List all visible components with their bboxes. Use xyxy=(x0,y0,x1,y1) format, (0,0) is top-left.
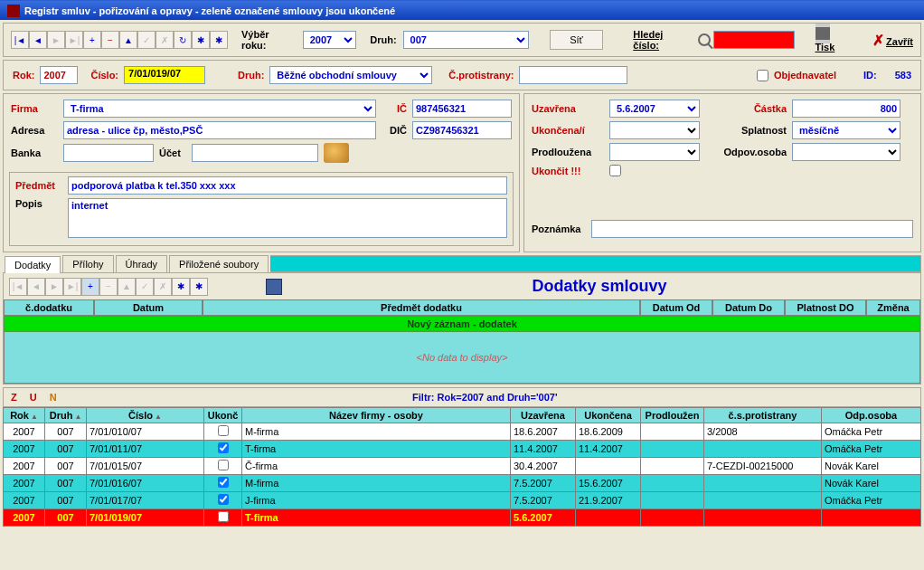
rok-label: Rok: xyxy=(13,70,34,81)
print-link[interactable]: Tisk xyxy=(816,27,853,52)
search-icon[interactable] xyxy=(698,33,711,46)
flag-z[interactable]: Z xyxy=(11,392,17,403)
grid-row[interactable]: 20070077/01/019/07T-firma5.6.2007 xyxy=(4,509,921,527)
objednavatel-label: Objednavatel xyxy=(774,70,836,81)
row-ukonc-check[interactable] xyxy=(218,460,229,470)
objednavatel-check[interactable] xyxy=(757,70,768,81)
gcol-firma[interactable]: Název firmy - osoby xyxy=(242,408,511,423)
nav-group-1: |◄ ◄ ► ►| + − ▲ ✓ ✗ ↻ ✱ ✱ xyxy=(11,31,228,49)
clipboard-icon[interactable] xyxy=(266,279,282,295)
grid-row[interactable]: 20070077/01/016/07M-firma7.5.200715.6.20… xyxy=(4,475,921,492)
row-ukonc-check[interactable] xyxy=(218,442,229,453)
flag-n[interactable]: N xyxy=(50,392,57,403)
col-platnost[interactable]: Platnost DO xyxy=(785,299,866,316)
grid-row[interactable]: 20070077/01/011/07T-firma11.4.200711.4.2… xyxy=(4,441,921,458)
refresh-button[interactable]: ↻ xyxy=(174,31,192,49)
adresa-field[interactable] xyxy=(63,121,376,139)
d-confirm-button[interactable]: ✓ xyxy=(136,278,154,296)
flag-u[interactable]: U xyxy=(30,392,37,403)
grid-row[interactable]: 20070077/01/017/07J-firma7.5.200721.9.20… xyxy=(4,492,921,509)
col-cdodatku[interactable]: č.dodatku xyxy=(4,299,94,316)
firma-select[interactable]: T-firma xyxy=(63,100,376,118)
last-button[interactable]: ►| xyxy=(65,31,83,49)
year-select[interactable]: 2007 xyxy=(303,31,357,49)
gcol-druh[interactable]: Druh▲ xyxy=(45,408,87,423)
grid-row[interactable]: 20070077/01/010/07M-firma18.6.200718.6.2… xyxy=(4,423,921,441)
gcol-cs[interactable]: č.s.protistrany xyxy=(704,408,822,423)
tabs: Dodatky Přílohy Úhrady Přiložené soubory xyxy=(3,255,921,272)
search-input[interactable] xyxy=(713,31,795,49)
ukoncit-check[interactable] xyxy=(609,165,621,176)
castka-field[interactable] xyxy=(792,100,900,118)
d-star2-button[interactable]: ✱ xyxy=(190,278,208,296)
druh2-select[interactable]: Běžné obchodní smlouvy xyxy=(269,66,432,84)
popis-field[interactable]: internet xyxy=(68,198,507,238)
gcol-cislo[interactable]: Číslo▲ xyxy=(87,408,204,423)
edit-button[interactable]: ▲ xyxy=(119,31,137,49)
d-last-button[interactable]: ►| xyxy=(63,278,81,296)
d-delete-button[interactable]: − xyxy=(99,278,118,296)
col-do[interactable]: Datum Do xyxy=(712,299,785,316)
search-label[interactable]: Hledej číslo: xyxy=(633,29,691,51)
uzavrena-field[interactable]: 5.6.2007 xyxy=(609,100,700,118)
gcol-ukoncena[interactable]: Ukončena xyxy=(576,408,641,423)
cancel-button[interactable]: ✗ xyxy=(156,31,174,49)
next-button[interactable]: ► xyxy=(47,31,65,49)
new-record-row[interactable]: Nový záznam - dodatek xyxy=(4,316,920,332)
ukoncit-label: Ukončit !!! xyxy=(532,166,604,176)
star2-button[interactable]: ✱ xyxy=(210,31,228,49)
castka-label: Částka xyxy=(723,103,787,114)
d-add-button[interactable]: + xyxy=(81,278,99,296)
tab-soubory[interactable]: Přiložené soubory xyxy=(169,255,269,272)
row-ukonc-check[interactable] xyxy=(218,425,229,436)
add-button[interactable]: + xyxy=(83,31,101,49)
tab-prilohy[interactable]: Přílohy xyxy=(62,255,113,272)
cislo-field[interactable]: 7/01/019/07 xyxy=(124,66,205,84)
contracts-grid[interactable]: Rok▲ Druh▲ Číslo▲ Ukonč Název firmy - os… xyxy=(3,407,921,527)
druh-select[interactable]: 007 xyxy=(403,31,529,49)
confirm-button[interactable]: ✓ xyxy=(137,31,156,49)
cproti-field[interactable] xyxy=(519,66,627,84)
prev-button[interactable]: ◄ xyxy=(29,31,47,49)
banka-field[interactable] xyxy=(63,144,154,162)
row-ukonc-check[interactable] xyxy=(218,494,229,505)
window-titlebar: Registr smluv - pořizování a opravy - ze… xyxy=(0,0,924,20)
gcol-rok[interactable]: Rok▲ xyxy=(4,408,45,423)
d-star-button[interactable]: ✱ xyxy=(172,278,190,296)
d-prev-button[interactable]: ◄ xyxy=(27,278,45,296)
filter-text: Filtr: Rok=2007 and Druh='007' xyxy=(412,392,558,403)
predmet-field[interactable] xyxy=(68,176,507,195)
col-zmena[interactable]: Změna xyxy=(866,299,920,316)
row-ukonc-check[interactable] xyxy=(218,511,229,522)
col-od[interactable]: Datum Od xyxy=(640,299,712,316)
gcol-uzavrena[interactable]: Uzavřena xyxy=(511,408,576,423)
gcol-prodlouzen[interactable]: Prodloužen xyxy=(641,408,704,423)
odpov-field[interactable] xyxy=(792,143,900,161)
tab-uhrady[interactable]: Úhrady xyxy=(116,255,167,272)
rok-field[interactable] xyxy=(40,66,78,84)
d-next-button[interactable]: ► xyxy=(45,278,63,296)
col-predmet[interactable]: Předmět dodatku xyxy=(203,299,640,316)
gcol-ukonc[interactable]: Ukonč xyxy=(204,408,242,423)
ucet-field[interactable] xyxy=(192,144,318,162)
prodlouzena-field[interactable] xyxy=(609,143,700,161)
delete-button[interactable]: − xyxy=(101,31,119,49)
ic-field[interactable] xyxy=(412,100,512,118)
dic-field[interactable] xyxy=(412,121,512,139)
splatnost-field[interactable]: měsíčně xyxy=(792,121,900,139)
gcol-odp[interactable]: Odp.osoba xyxy=(822,408,921,423)
ukoncena-field[interactable] xyxy=(609,121,700,139)
sit-button[interactable]: Síť xyxy=(550,30,604,50)
star1-button[interactable]: ✱ xyxy=(192,31,210,49)
close-link[interactable]: ✗Zavřít xyxy=(872,32,913,49)
handshake-icon[interactable] xyxy=(324,143,349,163)
tab-dodatky[interactable]: Dodatky xyxy=(5,256,61,273)
d-first-button[interactable]: |◄ xyxy=(9,278,27,296)
poznamka-field[interactable] xyxy=(591,220,913,238)
col-datum[interactable]: Datum xyxy=(94,299,203,316)
grid-row[interactable]: 20070077/01/015/07Č-firma30.4.20077-CEZD… xyxy=(4,458,921,475)
d-edit-button[interactable]: ▲ xyxy=(118,278,136,296)
row-ukonc-check[interactable] xyxy=(218,477,229,488)
first-button[interactable]: |◄ xyxy=(11,31,29,49)
d-cancel-button[interactable]: ✗ xyxy=(154,278,172,296)
